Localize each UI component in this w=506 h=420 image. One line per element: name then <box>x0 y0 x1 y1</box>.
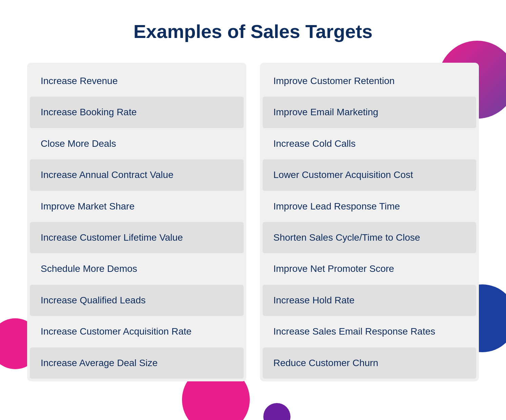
list-item: Lower Customer Acquisition Cost <box>263 159 477 191</box>
list-item: Improve Market Share <box>30 191 244 222</box>
list-item: Improve Lead Response Time <box>263 191 477 222</box>
list-item: Schedule More Demos <box>30 253 244 284</box>
list-item: Increase Average Deal Size <box>30 347 244 379</box>
left-column: Increase RevenueIncrease Booking RateClo… <box>27 63 246 381</box>
content-area: Increase RevenueIncrease Booking RateClo… <box>27 63 479 381</box>
list-item: Increase Booking Rate <box>30 97 244 128</box>
list-item: Increase Customer Acquisition Rate <box>30 316 244 347</box>
list-item: Increase Qualified Leads <box>30 285 244 316</box>
list-item: Reduce Customer Churn <box>263 347 477 379</box>
page-wrapper: Examples of Sales Targets Increase Reven… <box>0 0 506 420</box>
list-item: Increase Revenue <box>30 65 244 97</box>
list-item: Improve Net Promoter Score <box>263 253 477 284</box>
list-item: Increase Cold Calls <box>263 128 477 159</box>
list-item: Improve Customer Retention <box>263 65 477 97</box>
right-column: Improve Customer RetentionImprove Email … <box>260 63 479 381</box>
list-item: Shorten Sales Cycle/Time to Close <box>263 222 477 253</box>
list-item: Increase Sales Email Response Rates <box>263 316 477 347</box>
list-item: Close More Deals <box>30 128 244 159</box>
list-item: Increase Hold Rate <box>263 285 477 316</box>
decorative-circle-bottom-center-purple <box>263 403 290 420</box>
list-item: Increase Customer Lifetime Value <box>30 222 244 253</box>
list-item: Increase Annual Contract Value <box>30 159 244 191</box>
list-item: Improve Email Marketing <box>263 97 477 128</box>
page-title: Examples of Sales Targets <box>134 20 373 42</box>
